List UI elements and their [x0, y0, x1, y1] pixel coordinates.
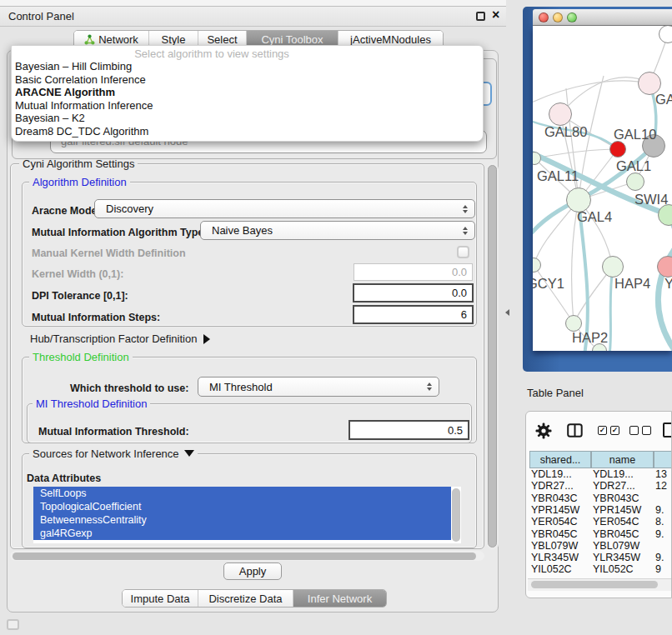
close-window-icon[interactable]	[539, 12, 549, 22]
tab-network-label: Network	[98, 33, 138, 46]
tab-impute-data-label: Impute Data	[131, 592, 190, 605]
zoom-window-icon[interactable]	[567, 12, 577, 22]
network-node[interactable]	[565, 315, 582, 332]
table-row[interactable]: YPR145WYPR145W9.	[529, 504, 672, 516]
network-node[interactable]	[533, 258, 541, 272]
network-window-titlebar[interactable]	[533, 9, 672, 26]
tab-cyni-toolbox-label: Cyni Toolbox	[261, 33, 323, 46]
network-nodes-layer: GALGAL80GAL10GAL1GAL11SWI4GAL4GCY1HAP4YH…	[533, 26, 672, 351]
algorithm-option[interactable]: Basic Correlation Inference	[12, 73, 483, 87]
algorithm-option[interactable]: ARACNE Algorithm	[12, 86, 483, 99]
checked-boxes-icon[interactable]: ✓✓	[598, 426, 619, 435]
table-cell: YPR145W	[529, 504, 591, 516]
network-node[interactable]	[549, 102, 572, 126]
network-view-window: GALGAL80GAL10GAL1GAL11SWI4GAL4GCY1HAP4YH…	[523, 7, 672, 372]
column-header-shared[interactable]: shared...	[529, 451, 591, 468]
mi-threshold-legend: MI Threshold Definition	[33, 398, 150, 410]
kernel-width-field[interactable]: 0.0	[354, 263, 473, 281]
algorithm-option[interactable]: Mutual Information Inference	[12, 99, 483, 112]
unchecked-boxes-icon[interactable]	[629, 426, 651, 435]
table-cell: YBR043C	[529, 492, 591, 504]
attribute-list-item[interactable]: SelfLoops	[33, 487, 451, 500]
network-node[interactable]	[657, 256, 672, 278]
attribute-list-item[interactable]: BetweennessCentrality	[33, 513, 451, 527]
network-node[interactable]	[602, 256, 624, 278]
mi-steps-label: Mutual Information Steps:	[32, 312, 160, 323]
gear-icon[interactable]	[535, 422, 552, 439]
attribute-list-item[interactable]: gal4RGexp	[33, 527, 451, 540]
network-node[interactable]	[609, 141, 626, 158]
mi-threshold-field[interactable]: 0.5	[349, 420, 469, 440]
settings-hscroll-thumb[interactable]	[13, 552, 476, 560]
combo-spinner-icon	[427, 382, 432, 391]
attribute-list-item[interactable]: TopologicalCoefficient	[33, 500, 451, 513]
chevron-right-icon	[203, 334, 210, 344]
sources-legend[interactable]: Sources for Network Inference	[29, 448, 198, 460]
tab-style-label: Style	[162, 33, 186, 46]
network-node[interactable]	[533, 152, 541, 165]
which-threshold-combo[interactable]: MI Threshold	[198, 377, 439, 397]
float-panel-icon[interactable]	[476, 12, 485, 21]
dpi-tolerance-field[interactable]: 0.0	[353, 283, 474, 302]
sources-legend-label: Sources for Network Inference	[33, 448, 179, 460]
table-row[interactable]: YIL052CYIL052C9	[529, 563, 672, 575]
table-row[interactable]: YBR043CYBR043C	[529, 492, 672, 504]
table-hscroll-thumb[interactable]	[531, 581, 658, 588]
manual-kernel-label: Manual Kernel Width Definition	[32, 248, 186, 259]
tab-jactivemnodules-label: jActiveMNodules	[350, 33, 431, 46]
tab-infer-network-label: Infer Network	[308, 592, 372, 605]
minimize-window-icon[interactable]	[553, 12, 563, 22]
hub-definition-toggle[interactable]: Hub/Transcription Factor Definition	[30, 332, 210, 345]
table-cell: YLR345W	[591, 552, 654, 563]
settings-vscroll-thumb[interactable]	[488, 165, 497, 548]
table-row[interactable]: YBL079WYBL079W	[529, 540, 672, 552]
network-node[interactable]	[626, 172, 644, 191]
tab-discretize-data-label: Discretize Data	[208, 592, 282, 605]
algorithm-option[interactable]: Dream8 DC_TDC Algorithm	[12, 125, 483, 138]
new-table-icon[interactable]	[663, 422, 672, 438]
panel-corner-button[interactable]	[7, 619, 19, 630]
network-node-label: GAL	[655, 92, 672, 108]
algorithm-option[interactable]: Bayesian – Hill Climbing	[12, 60, 483, 73]
table-cell: YBR045C	[529, 528, 591, 540]
table-row[interactable]: YER054CYER054C8.	[529, 516, 672, 528]
table-cell: YDL19...	[591, 468, 654, 480]
columns-icon[interactable]	[567, 423, 583, 438]
column-header-name[interactable]: name	[591, 451, 654, 468]
tab-discretize-data[interactable]: Discretize Data	[198, 590, 293, 607]
splitter-collapse-icon[interactable]	[505, 309, 509, 316]
mi-steps-field[interactable]: 6	[353, 305, 474, 324]
cyni-bottom-tabs: Impute Data Discretize Data Infer Networ…	[122, 589, 387, 608]
table-cell: 9.	[654, 528, 672, 540]
network-node-label: GAL1	[616, 158, 651, 174]
algorithm-definition-legend: Algorithm Definition	[29, 176, 130, 188]
table-cell: YBL079W	[591, 540, 654, 552]
column-header-extra[interactable]	[654, 451, 672, 468]
network-node-label: SWI4	[634, 192, 668, 208]
dpi-tolerance-label: DPI Tolerance [0,1]:	[32, 290, 128, 302]
tab-infer-network[interactable]: Infer Network	[293, 590, 386, 607]
close-panel-icon[interactable]: ×	[492, 8, 499, 22]
network-node-label: Y	[664, 276, 672, 292]
network-node[interactable]	[659, 26, 672, 43]
table-row[interactable]: YDR27...YDR27...12	[529, 480, 672, 492]
network-node-label: GAL11	[537, 168, 579, 184]
table-row[interactable]: YDL19...YDL19...13	[529, 468, 672, 480]
table-row[interactable]: YBR045CYBR045C9.	[529, 528, 672, 540]
screen: Control Panel × galFiltered.sif default …	[0, 0, 672, 635]
table-row[interactable]: YLR345WYLR345W9.	[529, 552, 672, 563]
tab-impute-data[interactable]: Impute Data	[123, 590, 198, 607]
algorithm-dropdown-hint: Select algorithm to view settings	[12, 46, 412, 60]
aracne-mode-combo[interactable]: Discovery	[94, 199, 475, 218]
network-node-label: GAL80	[544, 124, 587, 140]
table-cell: YBR043C	[591, 492, 654, 504]
algorithm-option[interactable]: Bayesian – K2	[12, 112, 483, 125]
network-canvas[interactable]: GALGAL80GAL10GAL1GAL11SWI4GAL4GCY1HAP4YH…	[533, 26, 672, 351]
table-cell: 8.	[654, 516, 672, 528]
data-attributes-list[interactable]: SelfLoopsTopologicalCoefficientBetweenne…	[33, 487, 461, 543]
mi-type-combo[interactable]: Naive Bayes	[200, 221, 475, 240]
attributes-scrollbar[interactable]	[452, 488, 460, 542]
manual-kernel-checkbox[interactable]	[457, 246, 469, 258]
apply-button[interactable]: Apply	[223, 562, 282, 580]
network-node-label: HAP2	[572, 330, 608, 346]
